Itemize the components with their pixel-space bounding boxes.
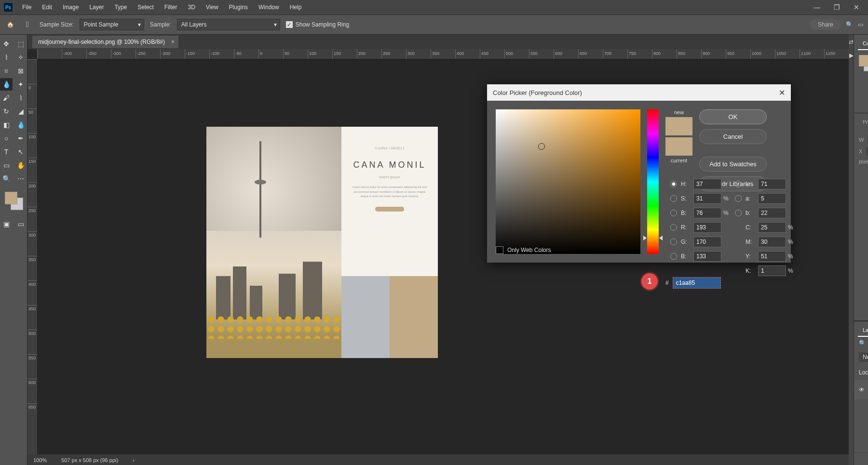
color-swatches[interactable]: [4, 191, 23, 210]
tab-properties[interactable]: Properties: [858, 116, 868, 128]
tab-layers[interactable]: Layers: [858, 324, 868, 337]
sample-size-select[interactable]: Point Sample: [80, 19, 144, 30]
radio-b[interactable]: [670, 210, 677, 216]
input-a[interactable]: [758, 193, 786, 204]
menu-image[interactable]: Image: [58, 1, 83, 13]
menu-view[interactable]: View: [201, 1, 223, 13]
shape-tool-icon[interactable]: ▭: [0, 159, 13, 172]
panel-icon-2[interactable]: ▶: [849, 52, 854, 59]
menu-plugins[interactable]: Plugins: [224, 1, 253, 13]
input-c[interactable]: [758, 222, 786, 233]
panel-swatches[interactable]: [859, 55, 868, 70]
workspace-icon[interactable]: ▭: [858, 21, 863, 28]
input-gb[interactable]: [693, 251, 721, 262]
frame-tool-icon[interactable]: ⊠: [14, 65, 27, 77]
visibility-icon[interactable]: 👁: [859, 386, 866, 393]
zoom-level[interactable]: 100%: [33, 457, 47, 463]
menu-file[interactable]: File: [17, 1, 36, 13]
input-k[interactable]: [758, 266, 786, 276]
crop-tool-icon[interactable]: ⌗: [0, 65, 13, 77]
menu-layer[interactable]: Layer: [84, 1, 108, 13]
current-color-swatch[interactable]: [665, 137, 692, 156]
close-icon[interactable]: ✕: [849, 1, 864, 13]
web-colors-checkbox[interactable]: Only Web Colors: [496, 246, 551, 254]
hand-tool-icon[interactable]: ✋: [14, 159, 27, 172]
layer-row[interactable]: 👁 Background 🔒: [854, 380, 868, 399]
radio-r[interactable]: [670, 224, 677, 231]
menu-help[interactable]: Help: [285, 1, 307, 13]
dialog-close-icon[interactable]: ✕: [779, 88, 785, 97]
input-b2[interactable]: [758, 208, 786, 218]
foreground-color-swatch[interactable]: [5, 192, 17, 204]
search-icon[interactable]: 🔍: [846, 21, 853, 28]
path-select-icon[interactable]: ↖: [14, 146, 27, 158]
unit-b: %: [723, 210, 730, 216]
input-y[interactable]: [758, 251, 786, 262]
cancel-button[interactable]: Cancel: [699, 129, 767, 144]
new-color-swatch: [665, 117, 692, 135]
sample-select[interactable]: All Layers: [177, 19, 280, 30]
eraser-tool-icon[interactable]: ◢: [14, 105, 27, 118]
dodge-tool-icon[interactable]: ○: [0, 132, 13, 145]
heal-tool-icon[interactable]: ✦: [14, 78, 27, 91]
hue-slider[interactable]: [647, 109, 659, 254]
zoom-tool-icon[interactable]: 🔍: [0, 173, 13, 185]
input-r[interactable]: [693, 222, 721, 233]
tab-color[interactable]: Color: [858, 38, 868, 50]
quickmask-icon[interactable]: ▣: [0, 218, 13, 230]
screenmode-icon[interactable]: ▭: [14, 218, 27, 230]
lasso-tool-icon[interactable]: ⌇: [0, 51, 13, 64]
maximize-icon[interactable]: ❐: [829, 1, 845, 13]
menu-3d[interactable]: 3D: [183, 1, 200, 13]
hue-arrow-left-icon: [643, 236, 647, 240]
wand-tool-icon[interactable]: ✧: [14, 51, 27, 64]
ok-button[interactable]: OK: [699, 109, 767, 124]
radio-s[interactable]: [670, 195, 677, 202]
input-h[interactable]: [693, 179, 721, 189]
stamp-tool-icon[interactable]: ⌇: [14, 92, 27, 104]
input-m[interactable]: [758, 237, 786, 247]
show-sampling-ring-checkbox[interactable]: ✓ Show Sampling Ring: [286, 21, 349, 28]
menu-filter[interactable]: Filter: [160, 1, 182, 13]
status-chevron-icon[interactable]: ›: [133, 457, 135, 463]
radio-h[interactable]: [670, 181, 677, 187]
radio-l[interactable]: [735, 181, 742, 187]
lock-label: Lock:: [859, 369, 868, 376]
marquee-tool-icon[interactable]: ⬚: [14, 38, 27, 50]
minimize-icon[interactable]: —: [809, 1, 825, 13]
radio-g[interactable]: [670, 239, 677, 245]
document-tab[interactable]: midjourney-final-selection.png @ 100% (R…: [32, 36, 178, 48]
input-s[interactable]: [693, 193, 721, 204]
tab-close-icon[interactable]: ×: [171, 39, 175, 45]
input-b[interactable]: [693, 208, 721, 218]
type-tool-icon[interactable]: T: [0, 146, 13, 158]
move-tool-icon[interactable]: ✥: [0, 38, 13, 50]
gradient-tool-icon[interactable]: ◧: [0, 119, 13, 131]
menu-select[interactable]: Select: [133, 1, 158, 13]
blend-mode-select[interactable]: Normal: [859, 352, 868, 362]
eyedropper-icon[interactable]: 𖣓: [21, 18, 34, 31]
radio-a[interactable]: [735, 195, 742, 202]
panel-icon-1[interactable]: ⇄: [849, 39, 854, 45]
hex-input[interactable]: [673, 277, 721, 289]
history-brush-icon[interactable]: ↻: [0, 105, 13, 118]
blur-tool-icon[interactable]: 💧: [14, 119, 27, 131]
add-swatches-button[interactable]: Add to Swatches: [699, 157, 767, 172]
color-picker-dialog: Color Picker (Foreground Color) ✕ new cu…: [487, 84, 791, 263]
saturation-value-field[interactable]: [496, 109, 640, 254]
radio-b2[interactable]: [735, 210, 742, 216]
radio-gb[interactable]: [670, 253, 677, 260]
brush-tool-icon[interactable]: 🖌: [0, 92, 13, 104]
more-tools-icon[interactable]: ⋯: [14, 173, 27, 185]
pen-tool-icon[interactable]: ✒: [14, 132, 27, 145]
eyedropper-tool-icon[interactable]: 💧: [0, 78, 13, 91]
menu-edit[interactable]: Edit: [37, 1, 57, 13]
dialog-titlebar[interactable]: Color Picker (Foreground Color) ✕: [487, 84, 791, 101]
menu-window[interactable]: Window: [254, 1, 284, 13]
share-button[interactable]: Share: [810, 19, 841, 30]
menu-type[interactable]: Type: [109, 1, 132, 13]
input-g[interactable]: [693, 237, 721, 247]
input-l[interactable]: [758, 179, 786, 189]
home-icon[interactable]: 🏠: [5, 19, 15, 30]
label-gb: B:: [681, 253, 691, 260]
